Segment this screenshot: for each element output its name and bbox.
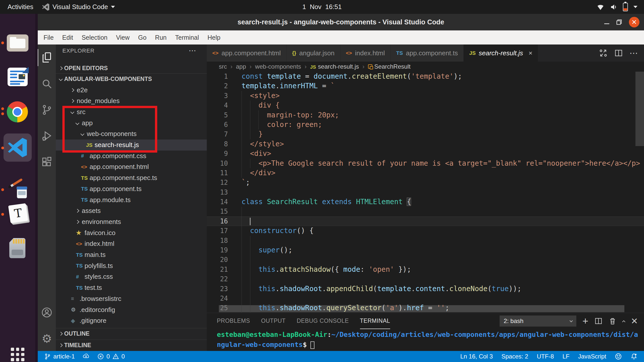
menu-view[interactable]: View [112,30,134,44]
activity-search-button[interactable] [38,73,56,95]
close-panel-icon[interactable]: ✕ [631,317,638,325]
explorer-more-actions-button[interactable]: ⋯ [189,46,197,55]
dock-vscode-icon[interactable] [4,133,32,162]
timeline-section[interactable]: TIMELINE [56,340,207,350]
settings-button[interactable]: ⚙ [38,328,56,350]
tree-item-assets[interactable]: assets [56,205,207,216]
indentation[interactable]: Spaces: 2 [501,353,528,360]
menu-selection[interactable]: Selection [77,30,112,44]
open-editors-section[interactable]: OPEN EDITORS [56,63,207,73]
feedback-icon[interactable] [615,353,622,360]
menu-terminal[interactable]: Terminal [171,30,203,44]
restore-button[interactable] [616,19,622,25]
breadcrumb-item-search-result.js[interactable]: JSsearch-result.js [310,63,359,70]
menu-edit[interactable]: Edit [58,30,77,44]
tree-item-polyfills.ts[interactable]: TSpolyfills.ts [56,260,207,271]
tree-item-favicon.ico[interactable]: ★favicon.ico [56,227,207,238]
tree-item-app.module.ts[interactable]: TSapp.module.ts [56,194,207,205]
new-terminal-icon[interactable]: + [582,316,588,326]
tab-angular.json[interactable]: {}angular.json [287,44,340,62]
dock-libreoffice-writer-icon[interactable] [7,66,28,88]
run-debug-icon [41,130,53,142]
dock-paint-app-icon[interactable] [7,179,28,200]
breadcrumb-item-SearchResult[interactable]: SearchResult [368,63,411,70]
chevron-right-icon [70,88,74,92]
tree-item-main.ts[interactable]: TSmain.ts [56,249,207,260]
code-line-22: 22 [207,274,644,284]
sync-button[interactable] [82,353,90,360]
activity-source-control-button[interactable] [38,99,56,121]
tree-item-.editorconfig[interactable]: ⚙.editorconfig [56,304,207,315]
tree-item-environments[interactable]: environments [56,216,207,227]
title-bar[interactable]: search-result.js - angular-web-component… [38,14,644,30]
tab-app.component.html[interactable]: <>app.component.html [207,44,287,62]
tree-item-.browserslistrc[interactable]: ≡.browserslistrc [56,293,207,304]
code-line-10: 10<p>The Google search result of your na… [207,159,644,168]
more-actions-icon[interactable]: ⋯ [629,49,638,57]
vertical-scrollbar[interactable] [635,72,644,146]
menu-go[interactable]: Go [134,30,151,44]
open-changes-icon[interactable] [599,49,608,58]
language-mode[interactable]: JavaScript [578,353,606,360]
line-number: 25 [207,303,228,313]
menu-run[interactable]: Run [151,30,171,44]
encoding[interactable]: UTF-8 [537,353,554,360]
file-icon-ts: TS [81,186,90,192]
activity-extensions-button[interactable] [38,151,56,173]
tree-item-node_modules[interactable]: node_modules [56,96,207,107]
tree-item-.gitignore[interactable]: ◆.gitignore [56,315,207,326]
breadcrumb-item-src[interactable]: src [219,63,227,70]
tab-app.component.ts[interactable]: TSapp.component.ts [391,44,464,62]
tab-index.html[interactable]: <>index.html [340,44,391,62]
tree-item-test.ts[interactable]: TStest.ts [56,282,207,293]
minimize-button[interactable] [604,23,609,24]
tree-item-index.html[interactable]: <>index.html [56,238,207,249]
branch-indicator[interactable]: article-1 [44,353,75,360]
notifications-bell-icon[interactable] [630,353,637,360]
activity-run-debug-button[interactable] [38,125,56,147]
maximize-panel-icon[interactable] [622,320,625,324]
kill-terminal-icon[interactable] [609,317,617,325]
panel-tab-terminal[interactable]: TERMINAL [360,313,390,329]
tree-item-app.component.spec.ts[interactable]: TSapp.component.spec.ts [56,172,207,184]
split-terminal-icon[interactable] [594,317,602,325]
sidebar-title: EXPLORER [62,48,95,54]
code-editor[interactable]: 1const template = document.createElement… [207,72,644,313]
panel-tab-problems[interactable]: PROBLEMS [217,313,250,329]
terminal-output[interactable]: esteban@esteban-LapBook-Air:~/Desktop/co… [217,330,639,350]
cursor-position[interactable]: Ln 16, Col 3 [460,353,493,360]
show-applications-button[interactable] [11,348,24,361]
tree-item-e2e[interactable]: e2e [56,84,207,96]
file-icon-html: <> [346,50,352,56]
breadcrumb-item-web-components[interactable]: web-components [255,63,301,70]
project-section-header[interactable]: ANGULAR-WEB-COMPONENTS [56,74,207,84]
tree-item-app.component.ts[interactable]: TSapp.component.ts [56,183,207,194]
account-button[interactable] [38,301,56,324]
problems-indicator[interactable]: 0 0 [97,353,125,360]
line-number: 2 [207,81,228,91]
system-tray[interactable] [597,0,637,14]
tab-search-result.js[interactable]: JSsearch-result.js× [464,44,538,62]
tree-item-styles.css[interactable]: #styles.css [56,271,207,282]
activity-bar: ⚙ [38,44,56,351]
dock-chrome-icon[interactable] [7,101,28,123]
dock-files-icon[interactable] [7,32,28,54]
split-editor-icon[interactable] [614,49,623,57]
tree-item-app.component.html[interactable]: <>app.component.html [56,161,207,172]
breadcrumb-item-app[interactable]: app [236,63,246,70]
close-button[interactable]: ✕ [629,17,639,27]
clock[interactable]: 1 Nov 16:51 [0,0,644,14]
activity-explorer-button[interactable] [38,47,56,69]
outline-section[interactable]: OUTLINE [56,328,207,339]
panel-tab-debug-console[interactable]: DEBUG CONSOLE [297,313,349,329]
tree-item-label: app.component.html [90,163,149,171]
terminal-shell-select[interactable]: 2: bash [500,315,576,327]
eol[interactable]: LF [562,353,570,360]
dock-text-editor-icon[interactable]: T [7,203,28,225]
dock-sd-card-icon[interactable] [7,238,28,260]
menu-file[interactable]: File [39,30,58,44]
code-line-21: 21this.attachShadow({ mode: 'open' }); [207,265,644,274]
panel-tab-output[interactable]: OUTPUT [261,313,286,329]
menu-help[interactable]: Help [203,30,225,44]
close-tab-icon[interactable]: × [529,49,532,57]
